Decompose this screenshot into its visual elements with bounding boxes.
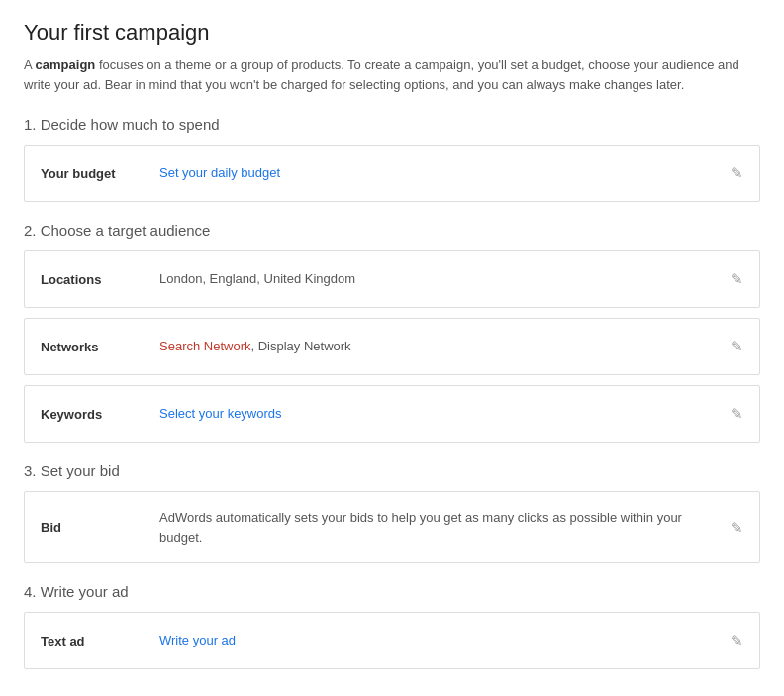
section-ad: 4. Write your ad Text ad Write your ad	[24, 583, 760, 669]
network-search: Search Network	[159, 339, 250, 353]
value-budget: Set your daily budget	[159, 163, 719, 183]
card-row-networks: Networks Search Network, Display Network	[25, 319, 759, 374]
section-spend: 1. Decide how much to spend Your budget …	[24, 116, 760, 202]
card-text-ad: Text ad Write your ad	[24, 612, 760, 669]
card-keywords: Keywords Select your keywords	[24, 385, 760, 443]
label-networks: Networks	[41, 340, 159, 354]
value-text-ad: Write your ad	[159, 631, 719, 650]
label-bid: Bid	[41, 520, 159, 535]
label-text-ad: Text ad	[41, 634, 159, 648]
card-row-budget: Your budget Set your daily budget	[25, 146, 759, 201]
section-heading-ad: 4. Write your ad	[24, 583, 760, 600]
section-heading-audience: 2. Choose a target audience	[24, 222, 760, 239]
section-heading-bid: 3. Set your bid	[24, 462, 760, 479]
page-title: Your first campaign	[24, 20, 760, 46]
value-keywords: Select your keywords	[159, 404, 719, 424]
value-bid: AdWords automatically sets your bids to …	[159, 508, 719, 547]
link-set-budget[interactable]: Set your daily budget	[159, 165, 280, 180]
label-keywords: Keywords	[41, 407, 159, 422]
value-locations: London, England, United Kingdom	[159, 269, 719, 289]
edit-budget-icon[interactable]	[731, 164, 743, 182]
card-locations: Locations London, England, United Kingdo…	[24, 250, 760, 308]
label-budget: Your budget	[41, 166, 159, 181]
label-locations: Locations	[41, 272, 159, 287]
value-networks: Search Network, Display Network	[159, 337, 719, 356]
intro-bold-word: campaign	[36, 57, 96, 72]
section-audience: 2. Choose a target audience Locations Lo…	[24, 222, 760, 443]
edit-networks-icon[interactable]	[731, 338, 743, 355]
section-heading-spend: 1. Decide how much to spend	[24, 116, 760, 133]
card-networks: Networks Search Network, Display Network	[24, 318, 760, 375]
edit-text-ad-icon[interactable]	[731, 632, 743, 649]
link-write-ad[interactable]: Write your ad	[159, 633, 236, 647]
card-bid: Bid AdWords automatically sets your bids…	[24, 491, 760, 563]
section-bid: 3. Set your bid Bid AdWords automaticall…	[24, 462, 760, 563]
card-row-locations: Locations London, England, United Kingdo…	[25, 251, 759, 307]
edit-locations-icon[interactable]	[731, 270, 743, 288]
edit-keywords-icon[interactable]	[731, 405, 743, 423]
card-row-text-ad: Text ad Write your ad	[25, 613, 759, 668]
edit-bid-icon[interactable]	[731, 519, 743, 537]
intro-text-after: focuses on a theme or a group of product…	[24, 57, 739, 92]
link-select-keywords[interactable]: Select your keywords	[159, 406, 282, 421]
card-row-keywords: Keywords Select your keywords	[25, 386, 759, 442]
card-row-bid: Bid AdWords automatically sets your bids…	[25, 492, 759, 562]
card-budget: Your budget Set your daily budget	[24, 145, 760, 202]
intro-text: A campaign focuses on a theme or a group…	[24, 55, 760, 94]
